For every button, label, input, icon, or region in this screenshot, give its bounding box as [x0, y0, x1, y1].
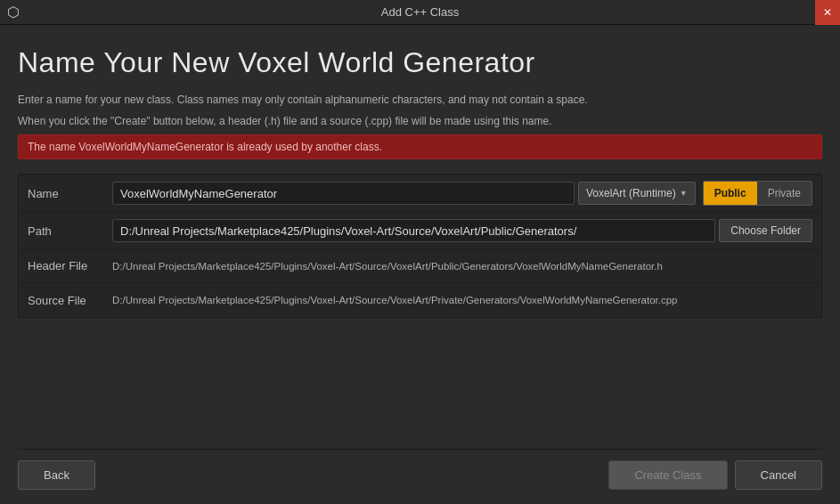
- form-section: Name VoxelArt (Runtime) ▼ Public Private…: [18, 174, 822, 318]
- name-input[interactable]: [112, 182, 575, 205]
- choose-folder-button[interactable]: Choose Folder: [719, 219, 812, 242]
- path-row: Path Choose Folder: [19, 213, 821, 249]
- chevron-down-icon: ▼: [680, 189, 688, 198]
- description-line-2: When you click the "Create" button below…: [18, 113, 822, 129]
- page-title: Name Your New Voxel World Generator: [18, 46, 822, 79]
- footer-right: Create Class Cancel: [608, 460, 822, 490]
- public-toggle-button[interactable]: Public: [704, 182, 757, 205]
- create-class-button[interactable]: Create Class: [608, 460, 727, 490]
- private-toggle-button[interactable]: Private: [757, 182, 811, 205]
- path-input-group: Choose Folder: [112, 219, 812, 242]
- app-logo-icon: ⬡: [7, 4, 20, 20]
- main-content: Name Your New Voxel World Generator Ente…: [0, 25, 840, 504]
- name-row: Name VoxelArt (Runtime) ▼ Public Private: [19, 175, 821, 213]
- cancel-button[interactable]: Cancel: [735, 460, 822, 490]
- header-file-path: D:/Unreal Projects/Marketplace425/Plugin…: [112, 261, 663, 272]
- module-dropdown-label: VoxelArt (Runtime): [586, 187, 676, 199]
- footer-left: Back: [18, 460, 95, 490]
- name-label: Name: [28, 187, 112, 200]
- module-dropdown-button[interactable]: VoxelArt (Runtime) ▼: [578, 182, 696, 205]
- header-file-row: Header File D:/Unreal Projects/Marketpla…: [19, 249, 821, 283]
- close-button[interactable]: ✕: [815, 0, 840, 25]
- header-file-label: Header File: [28, 259, 112, 272]
- error-banner: The name VoxelWorldMyNameGenerator is al…: [18, 134, 822, 159]
- description-line-1: Enter a name for your new class. Class n…: [18, 92, 822, 108]
- path-input[interactable]: [112, 219, 715, 242]
- source-file-path: D:/Unreal Projects/Marketplace425/Plugin…: [112, 295, 678, 305]
- access-toggle-group: Public Private: [703, 181, 812, 206]
- source-file-label: Source File: [28, 294, 112, 307]
- footer: Back Create Class Cancel: [18, 450, 822, 490]
- path-label: Path: [28, 224, 112, 238]
- back-button[interactable]: Back: [18, 460, 95, 490]
- name-input-group: VoxelArt (Runtime) ▼ Public Private: [112, 181, 812, 206]
- title-bar-title: Add C++ Class: [381, 5, 459, 19]
- source-file-row: Source File D:/Unreal Projects/Marketpla…: [19, 283, 821, 317]
- title-bar: ⬡ Add C++ Class ✕: [0, 0, 840, 25]
